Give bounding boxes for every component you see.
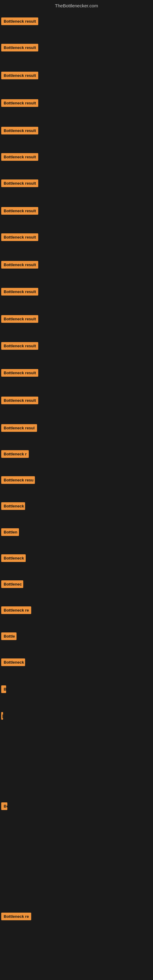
bottleneck-badge[interactable]: Bottleneck result — [1, 342, 38, 350]
bottleneck-badge[interactable]: Bottle — [1, 632, 16, 640]
badge-row: Bottleneck resu — [1, 476, 35, 485]
badge-row: Bottleneck result — [1, 72, 38, 81]
bottleneck-badge[interactable]: Bottleneck re — [1, 606, 31, 614]
badge-row: Bo — [1, 802, 7, 811]
badge-row: Bottleneck — [1, 659, 25, 667]
badge-row: Bottleneck result — [1, 369, 38, 378]
badge-row: Bottleneck result — [1, 288, 38, 297]
bottleneck-badge[interactable]: Bottleneck result — [1, 180, 38, 187]
badge-row: Bottleneck — [1, 502, 25, 511]
bottleneck-badge[interactable]: Bottleneck result — [1, 127, 38, 134]
bottleneck-badge[interactable]: Bottleneck result — [1, 233, 38, 241]
badge-row: Bottleneck r — [1, 450, 29, 459]
bottleneck-badge[interactable]: | — [1, 712, 3, 720]
badge-row: Bottleneck result — [1, 18, 38, 26]
badge-row: Bottleneck result — [1, 127, 38, 136]
badge-row: Bottleneck result — [1, 315, 38, 324]
bottleneck-badge[interactable]: Bottleneck result — [1, 153, 38, 161]
badge-row: Bottlen — [1, 528, 19, 537]
page-container: TheBottlenecker.com Bottleneck resultBot… — [0, 0, 153, 980]
badge-row: Bottleneck — [1, 554, 26, 563]
bottleneck-badge[interactable]: Bottleneck result — [1, 18, 38, 25]
badge-row: Bottleneck result — [1, 396, 38, 406]
bottleneck-badge[interactable]: Bo — [1, 802, 7, 810]
badge-row: Bottleneck result — [1, 342, 38, 351]
bottleneck-badge[interactable]: Bottleneck result — [1, 396, 38, 404]
badge-row: Bottlenec — [1, 580, 23, 589]
bottleneck-badge[interactable]: Bottleneck result — [1, 261, 38, 269]
bottleneck-badge[interactable]: Bottleneck resu — [1, 476, 35, 484]
bottleneck-badge[interactable]: B — [1, 686, 6, 693]
badge-row: Bottleneck result — [1, 153, 38, 162]
badge-row: Bottleneck result — [1, 180, 38, 188]
bottleneck-badge[interactable]: Bottleneck — [1, 659, 25, 666]
badge-row: Bottleneck re — [1, 606, 31, 615]
badge-row: Bottleneck resul — [1, 424, 37, 433]
bottleneck-badge[interactable]: Bottlenec — [1, 580, 23, 588]
badge-row: Bottleneck result — [1, 207, 38, 216]
bottleneck-badge[interactable]: Bottleneck — [1, 502, 25, 510]
bottleneck-badge[interactable]: Bottleneck result — [1, 72, 38, 79]
bottleneck-badge[interactable]: Bottleneck r — [1, 450, 29, 458]
bottleneck-badge[interactable]: Bottleneck result — [1, 369, 38, 377]
badge-row: Bottleneck result — [1, 99, 38, 108]
badge-row: Bottleneck result — [1, 261, 38, 270]
badge-row: Bottleneck result — [1, 233, 38, 242]
bottleneck-badge[interactable]: Bottleneck resul — [1, 424, 37, 432]
bottleneck-badge[interactable]: Bottleneck — [1, 554, 26, 562]
badge-row: Bottleneck re — [1, 913, 31, 921]
bottleneck-badge[interactable]: Bottleneck result — [1, 99, 38, 107]
bottleneck-badge[interactable]: Bottleneck result — [1, 288, 38, 296]
badge-row: Bottle — [1, 632, 16, 641]
bottleneck-badge[interactable]: Bottleneck result — [1, 207, 38, 215]
badge-row: B — [1, 686, 6, 694]
bottleneck-badge[interactable]: Bottleneck result — [1, 315, 38, 323]
bottleneck-badge[interactable]: Bottlen — [1, 528, 19, 536]
badge-row: | — [1, 712, 3, 721]
bottleneck-badge[interactable]: Bottleneck result — [1, 44, 38, 51]
site-title: TheBottlenecker.com — [0, 0, 153, 10]
badge-row: Bottleneck result — [1, 44, 38, 52]
bottleneck-badge[interactable]: Bottleneck re — [1, 913, 31, 920]
